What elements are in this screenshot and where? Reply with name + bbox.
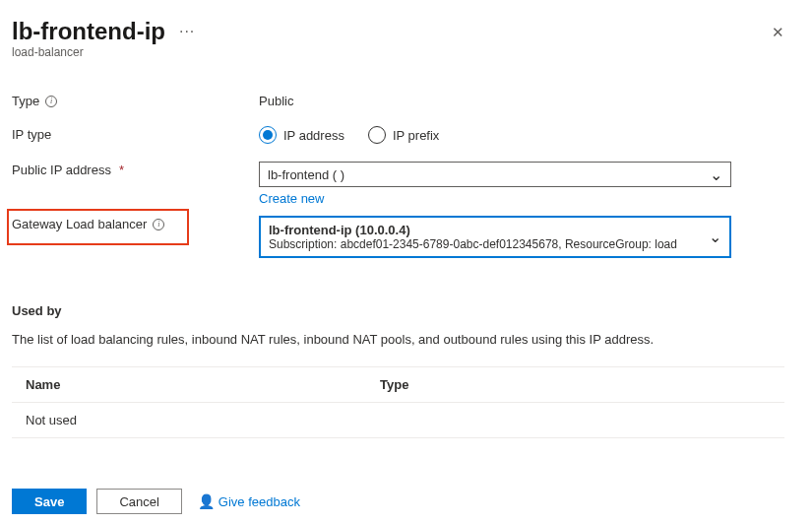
table-header-row: Name Type [12,367,784,403]
type-label: Type [12,94,39,108]
give-feedback-label: Give feedback [219,494,300,509]
create-new-link[interactable]: Create new [259,191,324,206]
more-icon[interactable]: ··· [179,23,195,40]
col-name: Name [26,377,380,392]
page-subtitle: load-balancer [12,45,772,59]
ip-type-address-label: IP address [283,128,344,143]
info-icon[interactable]: i [45,96,57,107]
gateway-lb-value-line2: Subscription: abcdef01-2345-6789-0abc-de… [269,237,677,251]
gateway-lb-value-line1: lb-frontend-ip (10.0.0.4) [269,223,677,237]
table-row: Not used [12,403,784,438]
radio-selected-icon [259,126,277,144]
public-ip-label: Public IP address [12,163,111,177]
chevron-down-icon: ⌄ [710,165,722,184]
feedback-icon: 👤 [198,493,215,509]
type-value: Public [259,93,784,108]
ip-type-prefix-label: IP prefix [393,128,439,143]
ip-type-prefix-radio[interactable]: IP prefix [368,126,439,144]
close-icon[interactable]: ✕ [772,18,784,41]
info-icon[interactable]: i [153,219,164,230]
give-feedback-link[interactable]: 👤 Give feedback [198,493,300,509]
cell-type [380,413,771,427]
required-asterisk: * [119,163,124,177]
radio-unselected-icon [368,126,386,144]
used-by-table: Name Type Not used [12,366,784,438]
cancel-button[interactable]: Cancel [96,489,181,514]
col-type: Type [380,377,771,392]
used-by-heading: Used by [12,303,784,318]
gateway-lb-label: Gateway Load balancer [12,217,147,231]
gateway-lb-select[interactable]: lb-frontend-ip (10.0.0.4) Subscription: … [259,216,731,258]
ip-type-address-radio[interactable]: IP address [259,126,344,144]
cell-name: Not used [26,413,380,427]
page-title: lb-frontend-ip [12,18,165,45]
ip-type-label: IP type [12,127,51,142]
public-ip-select[interactable]: lb-frontend ( ) ⌄ [259,162,731,187]
chevron-down-icon: ⌄ [709,228,721,246]
save-button[interactable]: Save [12,489,87,514]
public-ip-value: lb-frontend ( ) [268,167,344,182]
used-by-description: The list of load balancing rules, inboun… [12,332,784,347]
